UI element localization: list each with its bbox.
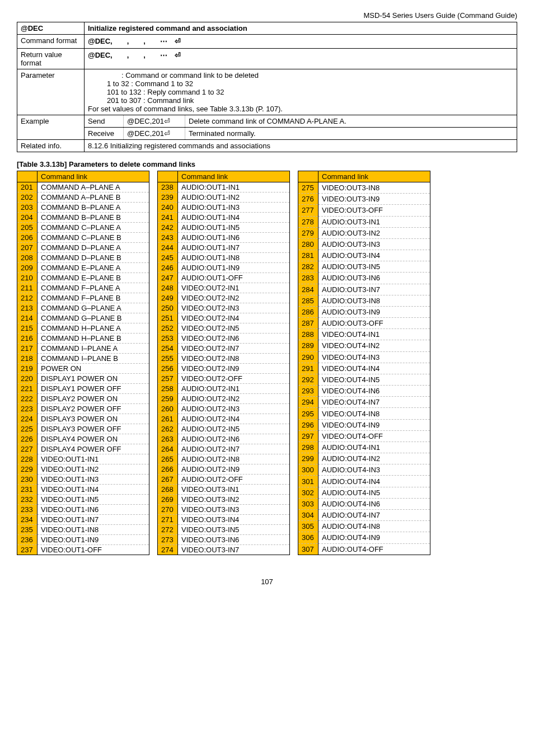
link-number: 280 (298, 238, 318, 250)
link-name: VIDEO:OUT3-OFF (318, 205, 430, 216)
link-name: AUDIO:OUT1-IN3 (178, 203, 290, 213)
table-row: 253VIDEO:OUT2-IN6 (158, 334, 290, 344)
link-number: 223 (17, 404, 38, 414)
table-row: 276VIDEO:OUT3-IN9 (298, 194, 430, 205)
link-number: 234 (17, 515, 38, 525)
link-number: 262 (158, 424, 178, 434)
table-row: 305AUDIO:OUT4-IN8 (298, 521, 430, 532)
link-number: 300 (298, 464, 318, 476)
link-name: AUDIO:OUT1-OFF (178, 273, 290, 283)
table-row: 234VIDEO:OUT1-IN7 (17, 515, 149, 525)
command-format-label: Command format (17, 35, 85, 49)
link-name: VIDEO:OUT2-IN3 (178, 303, 290, 313)
link-name: AUDIO:OUT1-IN8 (178, 253, 290, 263)
link-name: AUDIO:OUT2-IN3 (178, 404, 290, 414)
table-row: 301AUDIO:OUT4-IN4 (298, 476, 430, 487)
link-number: 276 (298, 194, 318, 205)
link-name: COMMAND E–PLANE A (38, 263, 149, 273)
link-name: COMMAND H–PLANE A (38, 323, 149, 334)
parameter-value: : Command or command link to be deleted … (85, 69, 517, 115)
table-row: 213COMMAND G–PLANE A (17, 303, 149, 313)
link-name: AUDIO:OUT2-IN2 (178, 394, 290, 404)
link-number: 284 (298, 284, 318, 295)
table-row: 225DISPLAY3 POWER OFF (17, 424, 149, 434)
table-row: 204COMMAND B–PLANE B (17, 213, 149, 223)
link-number: 273 (158, 535, 178, 545)
link-name: VIDEO:OUT4-OFF (318, 430, 430, 442)
link-name: VIDEO:OUT2-IN2 (178, 293, 290, 303)
table-row: 281AUDIO:OUT3-IN4 (298, 250, 430, 261)
table-row: 302AUDIO:OUT4-IN5 (298, 487, 430, 498)
link-number: 253 (158, 334, 178, 344)
link-number: 213 (17, 303, 38, 313)
link-name: VIDEO:OUT4-IN6 (318, 386, 430, 397)
link-number: 203 (17, 203, 38, 213)
link-name: VIDEO:OUT4-IN5 (318, 374, 430, 385)
link-name: DISPLAY1 POWER ON (38, 374, 149, 384)
link-name: AUDIO:OUT1-IN4 (178, 213, 290, 223)
link-number: 204 (17, 213, 38, 223)
link-number: 201 (17, 182, 38, 192)
link-name: VIDEO:OUT1-IN7 (38, 515, 149, 525)
table-row: 207COMMAND D–PLANE A (17, 243, 149, 253)
link-name: DISPLAY4 POWER OFF (38, 444, 149, 454)
link-number: 275 (298, 182, 318, 194)
link-number: 233 (17, 505, 38, 515)
table-row: 261AUDIO:OUT2-IN4 (158, 414, 290, 424)
table-row: 285AUDIO:OUT3-IN8 (298, 295, 430, 306)
col1-num-header (17, 171, 38, 182)
link-name: AUDIO:OUT2-IN8 (178, 454, 290, 464)
link-name: AUDIO:OUT1-IN5 (178, 223, 290, 233)
col2-header: Command link (178, 171, 290, 182)
link-number: 283 (298, 273, 318, 284)
table-row: 289VIDEO:OUT4-IN2 (298, 340, 430, 351)
link-number: 246 (158, 263, 178, 273)
link-number: 289 (298, 340, 318, 351)
table-row: 264AUDIO:OUT2-IN7 (158, 444, 290, 454)
link-name: VIDEO:OUT3-IN4 (178, 515, 290, 525)
table-row: 242AUDIO:OUT1-IN5 (158, 223, 290, 233)
link-number: 260 (158, 404, 178, 414)
link-number: 279 (298, 227, 318, 238)
link-number: 247 (158, 273, 178, 283)
link-number: 240 (158, 203, 178, 213)
link-name: VIDEO:OUT4-IN1 (318, 329, 430, 340)
link-name: VIDEO:OUT1-IN2 (38, 464, 149, 475)
link-number: 293 (298, 386, 318, 397)
table-row: 239AUDIO:OUT1-IN2 (158, 192, 290, 203)
table-row: 275VIDEO:OUT3-IN8 (298, 182, 430, 194)
table-row: 306AUDIO:OUT4-IN9 (298, 532, 430, 543)
link-name: AUDIO:OUT4-IN4 (318, 476, 430, 487)
table-row: 245AUDIO:OUT1-IN8 (158, 253, 290, 263)
link-name: AUDIO:OUT3-IN9 (318, 306, 430, 317)
link-number: 297 (298, 430, 318, 442)
table-row: 292VIDEO:OUT4-IN5 (298, 374, 430, 385)
link-name: AUDIO:OUT2-IN1 (178, 384, 290, 394)
table-row: 236VIDEO:OUT1-IN9 (17, 535, 149, 545)
link-name: COMMAND B–PLANE A (38, 203, 149, 213)
link-name: AUDIO:OUT3-OFF (318, 318, 430, 329)
link-number: 269 (158, 495, 178, 505)
table-row: 304AUDIO:OUT4-IN7 (298, 509, 430, 520)
link-number: 278 (298, 216, 318, 227)
param-line-5: For set values of command links, see Tab… (88, 105, 283, 113)
table-row: 216COMMAND H–PLANE B (17, 334, 149, 344)
table-row: 284AUDIO:OUT3-IN7 (298, 284, 430, 295)
link-number: 243 (158, 233, 178, 243)
table-row: 219POWER ON (17, 364, 149, 374)
link-name: AUDIO:OUT4-IN7 (318, 509, 430, 520)
link-number: 271 (158, 515, 178, 525)
link-number: 218 (17, 354, 38, 364)
link-number: 286 (298, 306, 318, 317)
link-number: 241 (158, 213, 178, 223)
link-number: 212 (17, 293, 38, 303)
table-row: 277VIDEO:OUT3-OFF (298, 205, 430, 216)
link-name: VIDEO:OUT3-IN3 (178, 505, 290, 515)
table-row: 246AUDIO:OUT1-IN9 (158, 263, 290, 273)
table-row: 287AUDIO:OUT3-OFF (298, 318, 430, 329)
guide-title: MSD-54 Series Users Guide (Command Guide… (17, 11, 517, 20)
links-table-3: Command link 275VIDEO:OUT3-IN8276VIDEO:O… (298, 171, 430, 555)
table-row: 251VIDEO:OUT2-IN4 (158, 313, 290, 323)
table-row: 262AUDIO:OUT2-IN5 (158, 424, 290, 434)
link-number: 270 (158, 505, 178, 515)
